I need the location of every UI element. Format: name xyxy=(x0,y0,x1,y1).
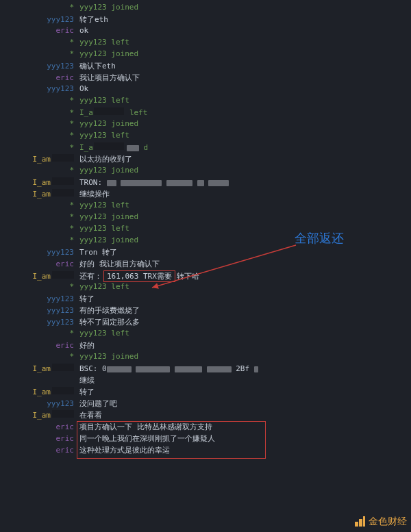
chat-line: *yyy123 left xyxy=(0,96,411,107)
nick: I_am xyxy=(4,387,79,396)
chat-line: yyy123有的手续费燃烧了 xyxy=(0,305,411,317)
message-text: 继续操作 xyxy=(79,189,411,199)
message-text: I_aleft xyxy=(79,107,411,117)
chat-line: yyy123Ok xyxy=(0,84,411,96)
nick: * xyxy=(4,108,79,117)
message-text: yyy123 joined xyxy=(79,166,411,175)
message-text: yyy123 left xyxy=(79,38,411,47)
svg-line-0 xyxy=(152,245,296,288)
nick: I_am xyxy=(4,271,79,281)
chat-line: *yyy123 joined xyxy=(0,49,411,61)
nick: yyy123 xyxy=(4,248,79,257)
chat-line: I_am以太坊的收到了 xyxy=(0,154,411,166)
message-text: 确认下eth xyxy=(79,61,411,71)
nick: eric xyxy=(4,434,79,443)
message-text: yyy123 joined xyxy=(79,236,411,244)
nick: * xyxy=(4,352,79,361)
chat-line: *yyy123 left xyxy=(0,38,411,49)
nick: I_am xyxy=(4,154,79,164)
message-text: I_a d xyxy=(79,142,411,152)
message-text: ok xyxy=(79,26,411,35)
nick: I_am xyxy=(4,177,79,187)
message-text: yyy123 left xyxy=(79,96,411,105)
message-text: 没问题了吧 xyxy=(79,398,411,409)
message-text: 在看看 xyxy=(79,410,411,420)
nick: yyy123 xyxy=(4,306,79,315)
watermark-icon xyxy=(353,516,366,528)
message-text: BSC: 0 2Bf xyxy=(79,364,411,373)
message-text: 以太坊的收到了 xyxy=(79,154,411,164)
nick: * xyxy=(4,224,79,233)
chat-log: *yyy123 joinedyyy123转了ethericok*yyy123 l… xyxy=(0,0,411,457)
chat-line: eric好的 xyxy=(0,340,411,352)
nick: * xyxy=(4,96,79,105)
nick: eric xyxy=(4,422,79,431)
nick: eric xyxy=(4,73,79,82)
nick: eric xyxy=(4,341,79,350)
message-text: yyy123 joined xyxy=(79,212,411,221)
message-text: yyy123 left xyxy=(79,224,411,233)
nick: eric xyxy=(4,446,79,455)
nick: * xyxy=(4,236,79,244)
nick: * xyxy=(4,119,79,128)
chat-line: yyy123转不了固定那么多 xyxy=(0,317,411,329)
message-text: 继续 xyxy=(79,375,411,385)
nick: * xyxy=(4,131,79,140)
message-text: yyy123 joined xyxy=(79,49,411,58)
message-text: 好的 xyxy=(79,340,411,351)
nick: * xyxy=(4,212,79,221)
nick: * xyxy=(4,3,79,12)
nick: yyy123 xyxy=(4,399,79,408)
chat-line: *yyy123 joined xyxy=(0,212,411,224)
chat-line: *yyy123 joined xyxy=(0,119,411,131)
nick: eric xyxy=(4,26,79,35)
nick: * xyxy=(4,38,79,47)
chat-line: *I_a d xyxy=(0,142,411,154)
chat-line: *yyy123 left xyxy=(0,224,411,236)
nick: eric xyxy=(4,259,79,268)
chat-line: I_amBSC: 0 2Bf xyxy=(0,364,411,375)
chat-line: *yyy123 left xyxy=(0,201,411,212)
nick: * xyxy=(4,201,79,210)
nick: I_am xyxy=(4,410,79,420)
chat-line: *yyy123 left xyxy=(0,131,411,142)
message-text: Ok xyxy=(79,84,411,93)
chat-line: *yyy123 left xyxy=(0,329,411,340)
svg-rect-3 xyxy=(363,516,365,527)
message-text: 我让项目方确认下 xyxy=(79,73,411,83)
message-text: yyy123 left xyxy=(79,131,411,140)
nick: * xyxy=(4,282,79,291)
nick: I_am xyxy=(4,189,79,199)
nick: I_am xyxy=(4,364,79,373)
chat-line: eric我让项目方确认下 xyxy=(0,73,411,84)
chat-line: I_amTRON: xyxy=(0,177,411,189)
chat-line: I_am转了 xyxy=(0,387,411,398)
message-text: yyy123 left xyxy=(79,201,411,210)
message-text: yyy123 left xyxy=(79,329,411,338)
chat-line: *yyy123 joined xyxy=(0,352,411,364)
nick: * xyxy=(4,49,79,58)
nick: * xyxy=(4,143,79,152)
message-text: TRON: xyxy=(79,178,411,187)
nick: yyy123 xyxy=(4,15,79,24)
chat-line: *yyy123 joined xyxy=(0,3,411,14)
message-text: yyy123 joined xyxy=(79,119,411,128)
watermark-text: 金色财经 xyxy=(369,516,407,528)
message-text: 转了eth xyxy=(79,14,411,25)
chat-line: I_am在看看 xyxy=(0,410,411,422)
nick: yyy123 xyxy=(4,294,79,303)
arrow-line xyxy=(149,245,327,300)
annotation-label: 全部返还 xyxy=(295,230,344,246)
highlight-box-summary xyxy=(77,421,266,459)
chat-line: yyy123没问题了吧 xyxy=(0,398,411,410)
chat-line: *yyy123 joined xyxy=(0,166,411,177)
message-text: yyy123 joined xyxy=(79,352,411,361)
chat-line: 继续 xyxy=(0,375,411,387)
watermark: 金色财经 xyxy=(353,516,407,528)
svg-rect-2 xyxy=(359,519,362,527)
nick: * xyxy=(4,166,79,175)
chat-line: I_am继续操作 xyxy=(0,189,411,201)
message-text: yyy123 joined xyxy=(79,3,411,12)
nick: yyy123 xyxy=(4,62,79,71)
chat-line: ericok xyxy=(0,26,411,38)
